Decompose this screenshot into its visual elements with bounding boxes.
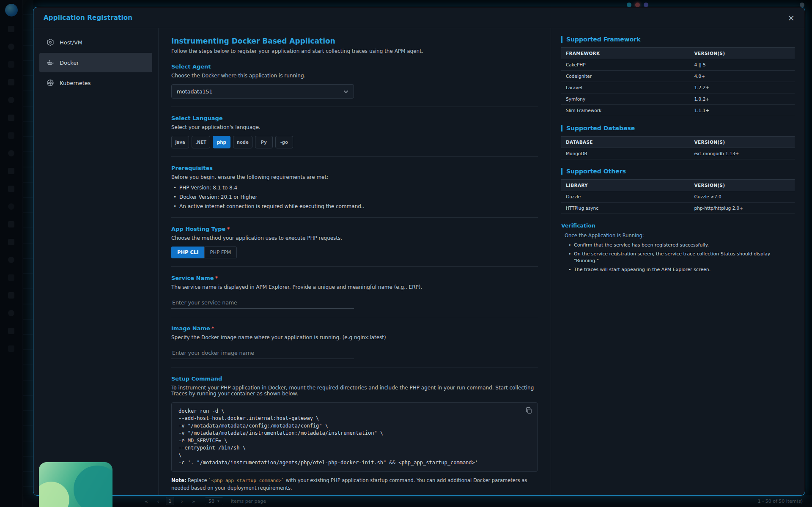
section-heading: Prerequisites	[171, 165, 538, 171]
framework-name: Symfony	[561, 93, 690, 105]
close-icon[interactable]: ×	[787, 14, 795, 22]
verification-list: Confirm that the service has been regist…	[567, 242, 795, 273]
code-line: -v "/motadata/motadata/config:/motadata/…	[178, 422, 518, 430]
service-name-input[interactable]	[171, 297, 354, 309]
list-item: The traces will start appearing in the A…	[567, 266, 795, 273]
framework-name: Slim Framework	[561, 105, 690, 116]
image-name-input[interactable]	[171, 347, 354, 359]
language-dotnet[interactable]: .NET	[192, 136, 210, 148]
php-cli-button[interactable]: PHP CLI	[171, 247, 204, 258]
agent-select[interactable]: motadata151	[171, 84, 354, 99]
divider	[171, 317, 538, 317]
inline-code: `<php_app_startup_command>`	[208, 478, 284, 483]
framework-version: 1.0.2+	[690, 93, 795, 105]
section-description: Specify the Docker image name where your…	[171, 334, 538, 340]
select-agent-section: Select Agent Choose the Docker where thi…	[171, 63, 538, 99]
sidebar-item-kubernetes[interactable]: Kubernetes	[39, 73, 152, 93]
hosting-type-toggle: PHP CLI PHP FPM	[171, 247, 538, 258]
supported-info-panel: Supported Framework FRAMEWORK VERSION(S)…	[551, 28, 805, 495]
table-row: CodeIgniter4.0+	[561, 71, 795, 82]
language-options: Java .NET php node Py -go	[171, 136, 538, 148]
list-item: An active internet connection is require…	[171, 203, 538, 209]
supported-framework-section: Supported Framework FRAMEWORK VERSION(S)…	[561, 36, 795, 116]
language-php[interactable]: php	[213, 136, 230, 148]
library-name: Guzzle	[561, 191, 690, 203]
library-version: Guzzle >7.0	[690, 191, 795, 203]
prerequisites-list: PHP Version: 8.1 to 8.4 Docker Version: …	[171, 185, 538, 209]
section-description: To instrument your PHP application in Do…	[171, 385, 538, 397]
select-language-section: Select Language Select your application'…	[171, 115, 538, 148]
divider	[171, 266, 538, 267]
list-item: Docker Version: 20.1 or Higher	[171, 194, 538, 200]
code-line: -c '. "/motadata/instrumentation/agents/…	[178, 459, 518, 466]
copy-icon[interactable]	[525, 406, 533, 416]
code-line: \	[178, 452, 518, 459]
app-hosting-type-section: App Hosting Type* Choose the method your…	[171, 226, 538, 258]
section-description: Before you begin, ensure the following r…	[171, 174, 538, 180]
supported-others-section: Supported Others LIBRARY VERSION(S) Guzz…	[561, 168, 795, 214]
divider	[171, 367, 538, 367]
framework-table: FRAMEWORK VERSION(S) CakePHP4 || 5 CodeI…	[561, 47, 795, 116]
chevron-down-icon	[343, 88, 348, 95]
section-heading: Select Agent	[171, 63, 538, 70]
image-name-section: Image Name* Specify the Docker image nam…	[171, 325, 538, 359]
framework-version: 1.1.1+	[690, 105, 795, 116]
sidebar-item-host-vm[interactable]: Host/VM	[39, 33, 152, 52]
database-version: ext-mongodb 1.13+	[690, 148, 795, 159]
table-row: HTTPlug asyncphp-http/httplug 2.0+	[561, 203, 795, 214]
list-item: Confirm that the service has been regist…	[567, 242, 795, 248]
code-line: docker run -d \	[178, 408, 518, 415]
host-vm-icon	[47, 38, 54, 46]
code-line: -e MD_SERVICE= \	[178, 437, 518, 444]
table-row: Symfony1.0.2+	[561, 93, 795, 105]
database-table: DATABASE VERSION(S) MongoDBext-mongodb 1…	[561, 136, 795, 159]
section-description: Choose the method your application uses …	[171, 235, 538, 241]
framework-name: CakePHP	[561, 59, 690, 71]
table-header-row: FRAMEWORK VERSION(S)	[561, 48, 795, 59]
list-item: On the service registration screen, the …	[567, 251, 795, 264]
framework-name: Laravel	[561, 82, 690, 93]
database-name: MongoDB	[561, 148, 690, 159]
php-fpm-button[interactable]: PHP FPM	[204, 247, 237, 258]
required-asterisk: *	[215, 275, 218, 281]
kubernetes-icon	[47, 79, 54, 87]
language-java[interactable]: Java	[171, 136, 189, 148]
language-python[interactable]: Py	[255, 136, 273, 148]
page-subtitle: Follow the steps below to register your …	[171, 48, 538, 54]
table-header-row: DATABASE VERSION(S)	[561, 137, 795, 148]
framework-version: 4.0+	[690, 71, 795, 82]
main-content: Instrumenting Docker Based Application F…	[159, 28, 551, 495]
code-line: --entrypoint /bin/sh \	[178, 444, 518, 452]
table-row: Laravel1.2.2+	[561, 82, 795, 93]
language-go[interactable]: -go	[275, 136, 293, 148]
sidebar-item-docker[interactable]: Docker	[39, 53, 152, 72]
section-heading: Service Name*	[171, 275, 538, 281]
table-header-row: LIBRARY VERSION(S)	[561, 180, 795, 191]
supported-others-heading: Supported Others	[561, 168, 795, 175]
section-description: The service name is displayed in APM Exp…	[171, 284, 538, 290]
divider	[171, 156, 538, 157]
verification-subheading: Once the Application is Running:	[565, 233, 795, 238]
sidebar-item-label: Kubernetes	[60, 80, 91, 86]
setup-command-code: docker run -d \ --add-host=host.docker.i…	[171, 402, 538, 472]
language-nodejs[interactable]: node	[233, 136, 252, 148]
decorative-green-widget	[39, 462, 112, 507]
framework-version: 4 || 5	[690, 59, 795, 71]
column-header: VERSION(S)	[690, 48, 795, 59]
others-table: LIBRARY VERSION(S) GuzzleGuzzle >7.0 HTT…	[561, 179, 795, 214]
table-row: MongoDBext-mongodb 1.13+	[561, 148, 795, 159]
divider	[171, 217, 538, 218]
table-row: GuzzleGuzzle >7.0	[561, 191, 795, 203]
column-header: LIBRARY	[561, 180, 690, 191]
framework-version: 1.2.2+	[690, 82, 795, 93]
required-asterisk: *	[211, 325, 214, 332]
section-heading: App Hosting Type*	[171, 226, 538, 232]
supported-database-section: Supported Database DATABASE VERSION(S) M…	[561, 125, 795, 159]
modal-title: Application Registration	[44, 14, 132, 22]
code-line: -v "/motadata/motadata/instrumentation:/…	[178, 430, 518, 437]
application-registration-modal: Application Registration × Host/VM	[33, 7, 805, 496]
section-heading: Setup Command	[171, 375, 538, 382]
docker-icon	[47, 59, 54, 66]
setup-command-section: Setup Command To instrument your PHP app…	[171, 375, 538, 495]
modal-body: Host/VM Docker	[33, 28, 805, 495]
